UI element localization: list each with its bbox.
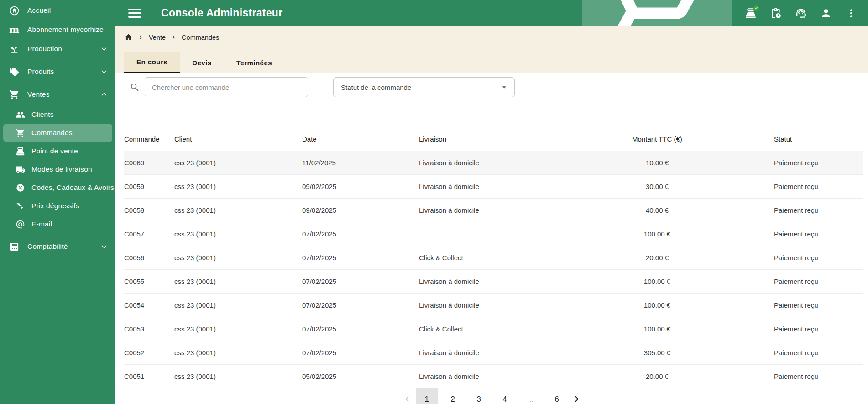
stairs-down-icon — [16, 201, 25, 211]
search-input[interactable] — [145, 77, 308, 97]
page-button[interactable]: 1 — [416, 388, 438, 404]
sidebar-item-modes-de-livraison[interactable]: Modes de livraison — [0, 160, 115, 178]
account-icon[interactable] — [820, 7, 832, 19]
cell-montant: 305.00 € — [561, 349, 753, 357]
table-row[interactable]: C0058css 23 (0001)09/02/2025Livraison à … — [124, 198, 863, 222]
at-icon — [16, 220, 25, 229]
sidebar-item-accueil[interactable]: Accueil — [0, 1, 115, 20]
cell-montant: 10.00 € — [561, 159, 753, 167]
cell-date: 07/02/2025 — [302, 230, 419, 238]
cell-commande: C0052 — [124, 349, 174, 357]
col-header-date: Date — [302, 135, 419, 143]
group-icon — [16, 110, 25, 120]
cell-statut: Paiement reçu — [753, 159, 863, 167]
cell-client: css 23 (0001) — [174, 373, 302, 380]
sidebar-item-commandes[interactable]: Commandes — [3, 124, 112, 142]
table-row[interactable]: C0051css 23 (0001)05/02/2025Livraison à … — [124, 364, 863, 388]
cell-client: css 23 (0001) — [174, 301, 302, 309]
page-title: Console Administrateur — [161, 7, 282, 19]
cell-montant: 100.00 € — [561, 278, 753, 285]
sidebar-item-produits[interactable]: Produits — [0, 62, 115, 81]
tag-icon — [9, 67, 20, 77]
cell-livraison: Livraison à domicile — [419, 301, 561, 309]
cash-register-icon — [16, 147, 25, 156]
table-row[interactable]: C0060css 23 (0001)11/02/2025Livraison à … — [124, 151, 863, 174]
breadcrumb-commandes[interactable]: Commandes — [182, 34, 219, 41]
cell-date: 07/02/2025 — [302, 325, 419, 333]
sidebar-item-label: E-mail — [31, 220, 52, 228]
sidebar-item-label: Production — [27, 45, 62, 53]
table-row[interactable]: C0053css 23 (0001)07/02/2025Click & Coll… — [124, 317, 863, 341]
cell-date: 07/02/2025 — [302, 278, 419, 285]
sidebar-item-point-de-vente[interactable]: Point de vente — [0, 142, 115, 160]
breadcrumb: Vente Commandes — [124, 26, 868, 42]
cell-date: 09/02/2025 — [302, 206, 419, 214]
sidebar-item-ventes[interactable]: Ventes — [0, 85, 115, 104]
sidebar-item-label: Abonnement mycorhize — [27, 26, 104, 34]
table-row[interactable]: C0059css 23 (0001)09/02/2025Livraison à … — [124, 174, 863, 198]
next-page-icon[interactable] — [572, 394, 581, 404]
sidebar-item-codes-cadeaux[interactable]: Codes, Cadeaux & Avoirs — [0, 178, 115, 197]
cell-commande: C0058 — [124, 206, 174, 214]
page-button[interactable]: 6 — [546, 388, 568, 404]
cell-statut: Paiement reçu — [753, 254, 863, 262]
sidebar-item-label: Accueil — [27, 6, 51, 15]
sidebar-item-label: Modes de livraison — [31, 165, 92, 173]
toolbar: Statut de la commande — [115, 73, 868, 112]
sidebar-item-comptabilite[interactable]: Comptabilité — [0, 237, 115, 256]
cell-client: css 23 (0001) — [174, 325, 302, 333]
more-options-icon[interactable] — [845, 7, 857, 19]
sidebar-item-production[interactable]: Production — [0, 39, 115, 58]
cell-date: 11/02/2025 — [302, 159, 419, 167]
cart-icon — [16, 128, 25, 138]
breadcrumb-vente[interactable]: Vente — [149, 34, 166, 41]
cell-client: css 23 (0001) — [174, 230, 302, 238]
cell-commande: C0060 — [124, 159, 174, 167]
pagination: 1234…6 — [115, 388, 868, 404]
check-circle-icon — [753, 5, 760, 12]
page-button[interactable]: 3 — [468, 388, 490, 404]
table-row[interactable]: C0056css 23 (0001)07/02/2025Click & Coll… — [124, 246, 863, 269]
cash-register-check-icon[interactable] — [745, 7, 757, 19]
page-button[interactable]: 2 — [442, 388, 464, 404]
cell-commande: C0059 — [124, 183, 174, 190]
home-icon[interactable] — [124, 33, 133, 42]
cell-date: 07/02/2025 — [302, 349, 419, 357]
cell-client: css 23 (0001) — [174, 254, 302, 262]
page-ellipsis: … — [520, 388, 542, 404]
status-filter-select[interactable]: Statut de la commande — [333, 77, 515, 97]
orders-table: Commande Client Date Livraison Montant T… — [115, 127, 868, 388]
table-row[interactable]: C0052css 23 (0001)07/02/2025Livraison à … — [124, 341, 863, 364]
pending-tasks-icon[interactable] — [770, 7, 782, 19]
table-row[interactable]: C0054css 23 (0001)07/02/2025Livraison à … — [124, 293, 863, 317]
sidebar-item-label: Clients — [31, 110, 54, 119]
status-filter-label: Statut de la commande — [341, 84, 411, 91]
previous-page-icon[interactable] — [403, 394, 412, 404]
sidebar-item-abonnement[interactable]: m Abonnement mycorhize — [0, 20, 115, 39]
cell-statut: Paiement reçu — [753, 325, 863, 333]
page-list: 1234…6 — [414, 388, 570, 404]
cell-client: css 23 (0001) — [174, 349, 302, 357]
cell-commande: C0057 — [124, 230, 174, 238]
cell-montant: 100.00 € — [561, 230, 753, 238]
sidebar-item-clients[interactable]: Clients — [0, 105, 115, 124]
sidebar-item-email[interactable]: E-mail — [0, 215, 115, 233]
tab-en-cours[interactable]: En cours — [124, 52, 180, 73]
page-button[interactable]: 4 — [494, 388, 516, 404]
table-row[interactable]: C0057css 23 (0001)07/02/2025100.00 €Paie… — [124, 222, 863, 246]
cell-statut: Paiement reçu — [753, 373, 863, 380]
col-header-client: Client — [174, 135, 302, 143]
cell-livraison: Livraison à domicile — [419, 159, 561, 167]
sidebar-item-prix-degressifs[interactable]: Prix dégressifs — [0, 197, 115, 215]
tab-terminees[interactable]: Terminées — [224, 52, 284, 73]
cell-commande: C0053 — [124, 325, 174, 333]
col-header-livraison: Livraison — [419, 135, 561, 143]
table-row[interactable]: C0055css 23 (0001)07/02/2025Livraison à … — [124, 269, 863, 293]
dropdown-arrow-icon — [500, 83, 509, 92]
support-agent-icon[interactable] — [795, 7, 807, 19]
cell-client: css 23 (0001) — [174, 159, 302, 167]
tab-devis[interactable]: Devis — [180, 52, 224, 73]
sidebar-item-label: Prix dégressifs — [31, 202, 79, 210]
menu-toggle-icon[interactable] — [128, 9, 141, 18]
cell-commande: C0054 — [124, 301, 174, 309]
